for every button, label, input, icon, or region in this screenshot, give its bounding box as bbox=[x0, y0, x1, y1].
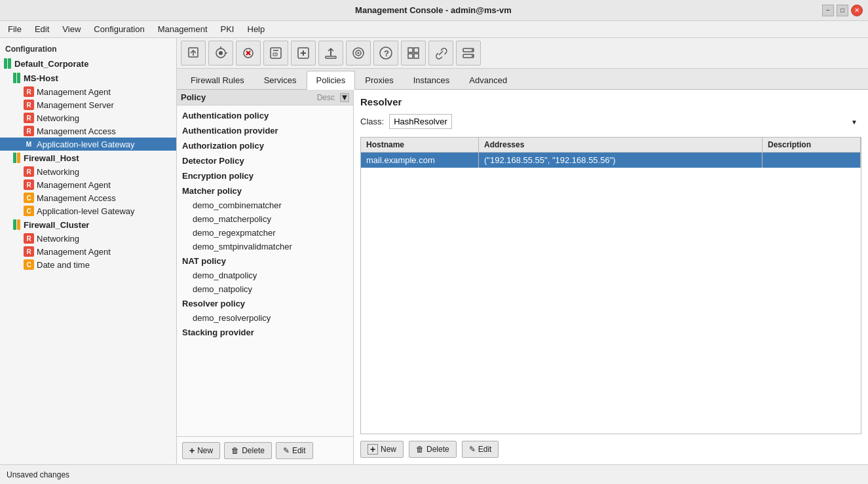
tr-description bbox=[763, 153, 861, 168]
sidebar-item-networking-1[interactable]: R Networking bbox=[0, 111, 176, 124]
resolver-table-header: Hostname Addresses Description bbox=[361, 138, 861, 153]
close-button[interactable]: ✕ bbox=[851, 5, 863, 16]
class-label: Class: bbox=[360, 117, 384, 126]
class-select[interactable]: HashResolver bbox=[389, 114, 452, 129]
sidebar-label-management-access-1: Management Access bbox=[37, 126, 116, 136]
disconnect-button[interactable] bbox=[236, 41, 261, 65]
edit-policy-icon: ✎ bbox=[283, 446, 290, 455]
th-addresses: Addresses bbox=[479, 138, 763, 152]
delete-policy-label: Delete bbox=[242, 446, 265, 455]
resolver-panel: Resolver Class: HashResolver Hostname Ad… bbox=[354, 90, 868, 464]
tab-instances[interactable]: Instances bbox=[404, 71, 460, 89]
menu-configuration[interactable]: Configuration bbox=[88, 23, 149, 35]
menu-help[interactable]: Help bbox=[242, 23, 271, 35]
menu-pki[interactable]: PKI bbox=[216, 23, 240, 35]
policy-sub-resolverpolicy[interactable]: demo_resolverpolicy bbox=[177, 311, 353, 325]
tab-advanced[interactable]: Advanced bbox=[459, 71, 517, 89]
policy-header-label: Policy bbox=[181, 92, 206, 102]
edit-object-button[interactable]: + bbox=[263, 41, 288, 65]
sidebar-item-management-agent-1[interactable]: R Management Agent bbox=[0, 85, 176, 98]
sidebar-item-management-agent-2[interactable]: R Management Agent bbox=[0, 178, 176, 191]
tab-policies[interactable]: Policies bbox=[307, 71, 356, 90]
svg-rect-24 bbox=[414, 54, 419, 58]
delete-resolver-button[interactable]: 🗑 Delete bbox=[409, 441, 457, 458]
menu-file[interactable]: File bbox=[3, 23, 27, 35]
sidebar-item-management-access-2[interactable]: C Management Access bbox=[0, 191, 176, 204]
minimize-button[interactable]: − bbox=[822, 5, 834, 16]
policy-group-stacking[interactable]: Stacking provider bbox=[177, 325, 353, 340]
sidebar-item-management-server[interactable]: R Management Server bbox=[0, 98, 176, 111]
class-select-wrapper: HashResolver bbox=[389, 114, 861, 129]
sidebar-item-networking-2[interactable]: R Networking bbox=[0, 165, 176, 178]
badge-r-2: R bbox=[24, 100, 34, 110]
policy-sub-smtpinvalidmatcher[interactable]: demo_smtpinvalidmatcher bbox=[177, 240, 353, 253]
sidebar-label-management-server: Management Server bbox=[37, 100, 114, 110]
sidebar-label-application-gateway-2: Application-level Gateway bbox=[37, 206, 135, 216]
badge-m-1: M bbox=[24, 139, 34, 149]
policy-column-toggle[interactable]: ▼ bbox=[340, 93, 349, 102]
policy-sub-combinematcher[interactable]: demo_combinematcher bbox=[177, 198, 353, 212]
svg-text:+: + bbox=[274, 52, 276, 56]
tabs: Firewall Rules Services Policies Proxies… bbox=[177, 69, 868, 90]
policy-group-auth-provider[interactable]: Authentication provider bbox=[177, 123, 353, 138]
new-object-button[interactable] bbox=[291, 41, 316, 65]
upload-button[interactable] bbox=[318, 41, 343, 65]
policy-sub-regexpmatcher[interactable]: demo_regexpmatcher bbox=[177, 226, 353, 240]
delete-policy-button[interactable]: 🗑 Delete bbox=[224, 442, 272, 459]
sidebar-item-ms-host[interactable]: MS-Host bbox=[0, 71, 176, 85]
tab-services[interactable]: Services bbox=[254, 71, 307, 89]
main-layout: Configuration Default_Corporate MS-Host … bbox=[0, 38, 868, 464]
policy-group-authorization[interactable]: Authorization policy bbox=[177, 138, 353, 153]
policy-group-matcher[interactable]: Matcher policy bbox=[177, 183, 353, 198]
grid-button[interactable] bbox=[401, 41, 426, 65]
new-resolver-button[interactable]: + New bbox=[360, 441, 404, 458]
tab-proxies[interactable]: Proxies bbox=[355, 71, 403, 89]
policy-sub-matcherpolicy[interactable]: demo_matcherpolicy bbox=[177, 212, 353, 226]
sidebar-item-application-gateway-2[interactable]: C Application-level Gateway bbox=[0, 204, 176, 217]
menu-view[interactable]: View bbox=[57, 23, 86, 35]
sidebar-item-date-and-time[interactable]: C Date and time bbox=[0, 258, 176, 271]
policy-group-resolver[interactable]: Resolver policy bbox=[177, 296, 353, 311]
back-button[interactable] bbox=[181, 41, 206, 65]
sidebar-label-networking-3: Networking bbox=[37, 234, 79, 244]
sidebar-item-firewall-cluster[interactable]: Firewall_Cluster bbox=[0, 217, 176, 232]
target-button[interactable] bbox=[346, 41, 371, 65]
delete-resolver-label: Delete bbox=[426, 445, 449, 454]
new-policy-button[interactable]: + New bbox=[182, 442, 220, 459]
class-row: Class: HashResolver bbox=[360, 114, 861, 129]
link-button[interactable] bbox=[428, 41, 453, 65]
badge-r-7: R bbox=[24, 233, 34, 244]
sidebar-item-networking-3[interactable]: R Networking bbox=[0, 232, 176, 245]
sidebar-item-default-corporate[interactable]: Default_Corporate bbox=[0, 56, 176, 71]
new-resolver-label: New bbox=[381, 445, 396, 454]
policy-group-encryption[interactable]: Encryption policy bbox=[177, 168, 353, 183]
sidebar-item-management-agent-3[interactable]: R Management Agent bbox=[0, 245, 176, 258]
policy-group-nat[interactable]: NAT policy bbox=[177, 253, 353, 269]
menu-management[interactable]: Management bbox=[153, 23, 213, 35]
policy-sub-dnatpolicy[interactable]: demo_dnatpolicy bbox=[177, 269, 353, 282]
menu-edit[interactable]: Edit bbox=[29, 23, 54, 35]
sidebar-label-date-and-time: Date and time bbox=[37, 260, 90, 270]
server-button[interactable] bbox=[456, 41, 481, 65]
tab-firewall-rules[interactable]: Firewall Rules bbox=[181, 71, 254, 89]
th-hostname: Hostname bbox=[361, 138, 479, 152]
connect-button[interactable] bbox=[208, 41, 233, 65]
policy-desc-label: Desc bbox=[317, 93, 335, 102]
badge-r-4: R bbox=[24, 126, 34, 136]
policy-group-detector[interactable]: Detector Policy bbox=[177, 153, 353, 168]
policy-sub-natpolicy[interactable]: demo_natpolicy bbox=[177, 282, 353, 296]
sidebar-item-management-access-1[interactable]: R Management Access bbox=[0, 124, 176, 138]
sidebar-item-firewall-host[interactable]: Firewall_Host bbox=[0, 151, 176, 165]
sidebar-item-application-gateway-1[interactable]: M Application-level Gateway bbox=[0, 138, 176, 151]
delete-resolver-icon: 🗑 bbox=[416, 445, 424, 454]
edit-resolver-button[interactable]: ✎ Edit bbox=[462, 441, 499, 458]
maximize-button[interactable]: □ bbox=[837, 5, 848, 16]
help-button[interactable]: ? bbox=[373, 41, 398, 65]
table-row[interactable]: mail.example.com ("192.168.55.55", "192.… bbox=[361, 153, 861, 168]
sidebar-label-firewall-host: Firewall_Host bbox=[24, 153, 79, 163]
edit-policy-button[interactable]: ✎ Edit bbox=[276, 442, 313, 459]
new-resolver-icon: + bbox=[368, 444, 378, 455]
policy-group-authentication[interactable]: Authentication policy bbox=[177, 108, 353, 123]
sidebar-label-networking-1: Networking bbox=[37, 113, 79, 123]
sidebar-label-ms-host: MS-Host bbox=[24, 73, 58, 83]
